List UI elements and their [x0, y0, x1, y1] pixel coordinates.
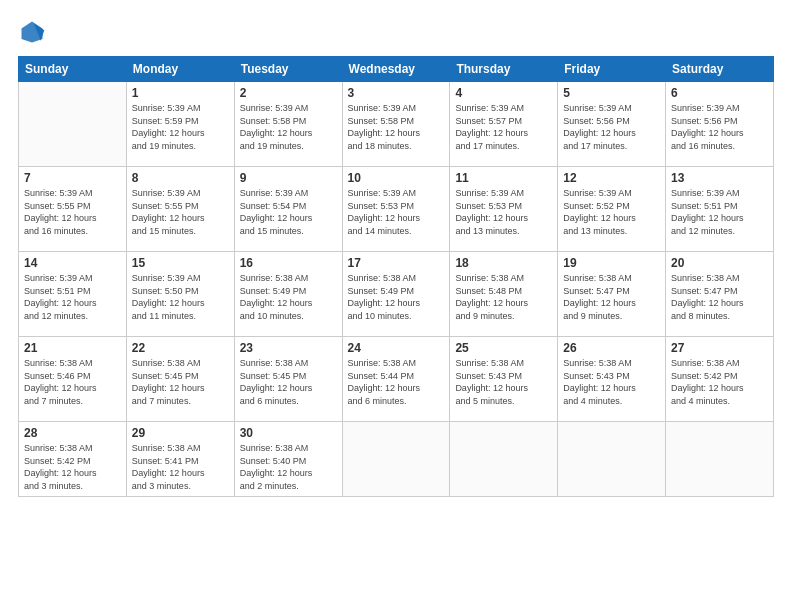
- cell-info: Sunrise: 5:38 AM Sunset: 5:43 PM Dayligh…: [455, 357, 552, 407]
- calendar-week-row: 7Sunrise: 5:39 AM Sunset: 5:55 PM Daylig…: [19, 167, 774, 252]
- calendar-cell: [666, 422, 774, 497]
- cell-info: Sunrise: 5:38 AM Sunset: 5:47 PM Dayligh…: [563, 272, 660, 322]
- cell-info: Sunrise: 5:39 AM Sunset: 5:51 PM Dayligh…: [671, 187, 768, 237]
- weekday-header-row: SundayMondayTuesdayWednesdayThursdayFrid…: [19, 57, 774, 82]
- cell-info: Sunrise: 5:39 AM Sunset: 5:59 PM Dayligh…: [132, 102, 229, 152]
- day-number: 17: [348, 256, 445, 270]
- day-number: 18: [455, 256, 552, 270]
- calendar-cell: [342, 422, 450, 497]
- day-number: 9: [240, 171, 337, 185]
- calendar-cell: 4Sunrise: 5:39 AM Sunset: 5:57 PM Daylig…: [450, 82, 558, 167]
- weekday-header-monday: Monday: [126, 57, 234, 82]
- day-number: 19: [563, 256, 660, 270]
- day-number: 12: [563, 171, 660, 185]
- calendar-cell: 18Sunrise: 5:38 AM Sunset: 5:48 PM Dayli…: [450, 252, 558, 337]
- cell-info: Sunrise: 5:39 AM Sunset: 5:57 PM Dayligh…: [455, 102, 552, 152]
- day-number: 22: [132, 341, 229, 355]
- calendar-cell: 17Sunrise: 5:38 AM Sunset: 5:49 PM Dayli…: [342, 252, 450, 337]
- calendar-cell: 30Sunrise: 5:38 AM Sunset: 5:40 PM Dayli…: [234, 422, 342, 497]
- cell-info: Sunrise: 5:38 AM Sunset: 5:48 PM Dayligh…: [455, 272, 552, 322]
- calendar-cell: 13Sunrise: 5:39 AM Sunset: 5:51 PM Dayli…: [666, 167, 774, 252]
- cell-info: Sunrise: 5:38 AM Sunset: 5:49 PM Dayligh…: [348, 272, 445, 322]
- calendar-cell: 29Sunrise: 5:38 AM Sunset: 5:41 PM Dayli…: [126, 422, 234, 497]
- cell-info: Sunrise: 5:39 AM Sunset: 5:55 PM Dayligh…: [132, 187, 229, 237]
- day-number: 26: [563, 341, 660, 355]
- calendar-week-row: 14Sunrise: 5:39 AM Sunset: 5:51 PM Dayli…: [19, 252, 774, 337]
- cell-info: Sunrise: 5:38 AM Sunset: 5:47 PM Dayligh…: [671, 272, 768, 322]
- page: SundayMondayTuesdayWednesdayThursdayFrid…: [0, 0, 792, 612]
- calendar-cell: 10Sunrise: 5:39 AM Sunset: 5:53 PM Dayli…: [342, 167, 450, 252]
- weekday-header-friday: Friday: [558, 57, 666, 82]
- calendar-cell: 3Sunrise: 5:39 AM Sunset: 5:58 PM Daylig…: [342, 82, 450, 167]
- day-number: 28: [24, 426, 121, 440]
- day-number: 30: [240, 426, 337, 440]
- cell-info: Sunrise: 5:39 AM Sunset: 5:56 PM Dayligh…: [671, 102, 768, 152]
- calendar-cell: 20Sunrise: 5:38 AM Sunset: 5:47 PM Dayli…: [666, 252, 774, 337]
- calendar-cell: 19Sunrise: 5:38 AM Sunset: 5:47 PM Dayli…: [558, 252, 666, 337]
- calendar-cell: 9Sunrise: 5:39 AM Sunset: 5:54 PM Daylig…: [234, 167, 342, 252]
- cell-info: Sunrise: 5:38 AM Sunset: 5:44 PM Dayligh…: [348, 357, 445, 407]
- day-number: 7: [24, 171, 121, 185]
- weekday-header-thursday: Thursday: [450, 57, 558, 82]
- calendar-cell: 2Sunrise: 5:39 AM Sunset: 5:58 PM Daylig…: [234, 82, 342, 167]
- day-number: 11: [455, 171, 552, 185]
- cell-info: Sunrise: 5:39 AM Sunset: 5:58 PM Dayligh…: [348, 102, 445, 152]
- day-number: 29: [132, 426, 229, 440]
- day-number: 6: [671, 86, 768, 100]
- weekday-header-tuesday: Tuesday: [234, 57, 342, 82]
- calendar-cell: 23Sunrise: 5:38 AM Sunset: 5:45 PM Dayli…: [234, 337, 342, 422]
- day-number: 21: [24, 341, 121, 355]
- calendar-cell: 15Sunrise: 5:39 AM Sunset: 5:50 PM Dayli…: [126, 252, 234, 337]
- day-number: 15: [132, 256, 229, 270]
- calendar-cell: 7Sunrise: 5:39 AM Sunset: 5:55 PM Daylig…: [19, 167, 127, 252]
- cell-info: Sunrise: 5:39 AM Sunset: 5:55 PM Dayligh…: [24, 187, 121, 237]
- calendar-cell: 27Sunrise: 5:38 AM Sunset: 5:42 PM Dayli…: [666, 337, 774, 422]
- day-number: 14: [24, 256, 121, 270]
- calendar-cell: [450, 422, 558, 497]
- day-number: 27: [671, 341, 768, 355]
- header: [18, 18, 774, 46]
- calendar-cell: 25Sunrise: 5:38 AM Sunset: 5:43 PM Dayli…: [450, 337, 558, 422]
- calendar-week-row: 21Sunrise: 5:38 AM Sunset: 5:46 PM Dayli…: [19, 337, 774, 422]
- logo: [18, 18, 50, 46]
- day-number: 13: [671, 171, 768, 185]
- cell-info: Sunrise: 5:39 AM Sunset: 5:58 PM Dayligh…: [240, 102, 337, 152]
- day-number: 8: [132, 171, 229, 185]
- day-number: 25: [455, 341, 552, 355]
- cell-info: Sunrise: 5:39 AM Sunset: 5:52 PM Dayligh…: [563, 187, 660, 237]
- day-number: 20: [671, 256, 768, 270]
- cell-info: Sunrise: 5:38 AM Sunset: 5:41 PM Dayligh…: [132, 442, 229, 492]
- calendar-cell: 24Sunrise: 5:38 AM Sunset: 5:44 PM Dayli…: [342, 337, 450, 422]
- cell-info: Sunrise: 5:39 AM Sunset: 5:50 PM Dayligh…: [132, 272, 229, 322]
- calendar-cell: 22Sunrise: 5:38 AM Sunset: 5:45 PM Dayli…: [126, 337, 234, 422]
- day-number: 2: [240, 86, 337, 100]
- day-number: 24: [348, 341, 445, 355]
- calendar-table: SundayMondayTuesdayWednesdayThursdayFrid…: [18, 56, 774, 497]
- calendar-cell: 21Sunrise: 5:38 AM Sunset: 5:46 PM Dayli…: [19, 337, 127, 422]
- calendar-cell: 26Sunrise: 5:38 AM Sunset: 5:43 PM Dayli…: [558, 337, 666, 422]
- day-number: 1: [132, 86, 229, 100]
- cell-info: Sunrise: 5:38 AM Sunset: 5:49 PM Dayligh…: [240, 272, 337, 322]
- calendar-cell: 11Sunrise: 5:39 AM Sunset: 5:53 PM Dayli…: [450, 167, 558, 252]
- calendar-cell: 1Sunrise: 5:39 AM Sunset: 5:59 PM Daylig…: [126, 82, 234, 167]
- calendar-week-row: 28Sunrise: 5:38 AM Sunset: 5:42 PM Dayli…: [19, 422, 774, 497]
- cell-info: Sunrise: 5:39 AM Sunset: 5:51 PM Dayligh…: [24, 272, 121, 322]
- weekday-header-wednesday: Wednesday: [342, 57, 450, 82]
- calendar-cell: 12Sunrise: 5:39 AM Sunset: 5:52 PM Dayli…: [558, 167, 666, 252]
- day-number: 16: [240, 256, 337, 270]
- day-number: 10: [348, 171, 445, 185]
- cell-info: Sunrise: 5:38 AM Sunset: 5:42 PM Dayligh…: [24, 442, 121, 492]
- cell-info: Sunrise: 5:38 AM Sunset: 5:45 PM Dayligh…: [240, 357, 337, 407]
- day-number: 5: [563, 86, 660, 100]
- calendar-week-row: 1Sunrise: 5:39 AM Sunset: 5:59 PM Daylig…: [19, 82, 774, 167]
- calendar-cell: 14Sunrise: 5:39 AM Sunset: 5:51 PM Dayli…: [19, 252, 127, 337]
- day-number: 23: [240, 341, 337, 355]
- calendar-cell: 16Sunrise: 5:38 AM Sunset: 5:49 PM Dayli…: [234, 252, 342, 337]
- cell-info: Sunrise: 5:39 AM Sunset: 5:53 PM Dayligh…: [348, 187, 445, 237]
- calendar-cell: [558, 422, 666, 497]
- calendar-cell: 8Sunrise: 5:39 AM Sunset: 5:55 PM Daylig…: [126, 167, 234, 252]
- logo-icon: [18, 18, 46, 46]
- weekday-header-saturday: Saturday: [666, 57, 774, 82]
- cell-info: Sunrise: 5:39 AM Sunset: 5:54 PM Dayligh…: [240, 187, 337, 237]
- day-number: 4: [455, 86, 552, 100]
